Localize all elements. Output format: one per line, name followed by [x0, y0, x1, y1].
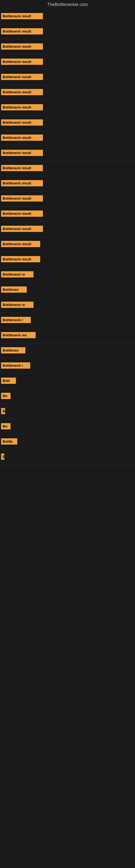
- bottleneck-result-bar[interactable]: Bottleneck re: [1, 271, 34, 278]
- bar-row: Bottleneck result: [0, 176, 135, 191]
- bar-row: Bottle: [0, 435, 135, 450]
- bar-row: Bottleneck result: [0, 146, 135, 161]
- bar-row: Bottleneck result: [0, 252, 135, 268]
- bottleneck-result-bar[interactable]: Bottlenec: [1, 347, 26, 353]
- bar-row: Bottleneck result: [0, 9, 135, 24]
- bar-row: Bottleneck result: [0, 131, 135, 146]
- bottleneck-result-bar[interactable]: Bottleneck result: [1, 28, 43, 34]
- bottleneck-result-bar[interactable]: Bottleneck re: [1, 302, 34, 308]
- bar-row: Bottleneck result: [0, 237, 135, 252]
- bar-row: Bottleneck result: [0, 55, 135, 70]
- bar-row: Bo: [0, 420, 135, 435]
- bottleneck-result-bar[interactable]: Bottleneck r: [1, 317, 31, 323]
- bottleneck-result-bar[interactable]: Bottleneck result: [1, 13, 43, 19]
- bottleneck-result-bar[interactable]: Bott: [1, 378, 16, 384]
- bar-row: Bottleneck result: [0, 222, 135, 237]
- bottleneck-result-bar[interactable]: Bottleneck result: [1, 180, 43, 186]
- bottleneck-result-bar[interactable]: Bottleneck res: [1, 332, 36, 338]
- bottleneck-result-bar[interactable]: Bottle: [1, 438, 17, 444]
- bar-row: Bott: [0, 374, 135, 389]
- bottleneck-result-bar[interactable]: Bottleneck result: [1, 211, 43, 217]
- bottleneck-result-bar[interactable]: Bottleneck result: [1, 165, 43, 171]
- bar-row: Bottleneck r: [0, 313, 135, 328]
- bottleneck-result-bar[interactable]: Bottleneck r: [1, 362, 30, 369]
- bottleneck-result-bar[interactable]: Bottleneck result: [1, 74, 43, 80]
- bottleneck-result-bar[interactable]: Bo: [1, 423, 10, 429]
- bar-row: Bottlenec: [0, 283, 135, 298]
- bar-row: Bottleneck re: [0, 298, 135, 313]
- bottleneck-result-bar[interactable]: Bottleneck result: [1, 241, 40, 247]
- bottleneck-result-bar[interactable]: Bottleneck result: [1, 119, 43, 126]
- bar-row: Bottleneck re: [0, 268, 135, 283]
- bottleneck-result-bar[interactable]: Bottleneck result: [1, 134, 43, 141]
- bar-row: Bottleneck r: [0, 359, 135, 374]
- bar-row: Bottleneck res: [0, 328, 135, 343]
- bar-row: Bottleneck result: [0, 161, 135, 176]
- bar-row: Bottleneck result: [0, 207, 135, 222]
- site-title-text: TheBottlenecker.com: [47, 2, 88, 7]
- bar-row: Bottlenec: [0, 343, 135, 359]
- bottleneck-result-bar[interactable]: Bottleneck result: [1, 43, 43, 50]
- bottleneck-result-bar[interactable]: Bottleneck result: [1, 195, 43, 202]
- bottleneck-result-bar[interactable]: Bottlenec: [1, 286, 27, 293]
- bar-row: Bottleneck result: [0, 70, 135, 85]
- bar-row: B: [0, 450, 135, 465]
- bottleneck-result-bar[interactable]: Bottleneck result: [1, 256, 40, 262]
- bottleneck-result-bar[interactable]: Bottleneck result: [1, 89, 43, 95]
- bar-row: Bottleneck result: [0, 100, 135, 116]
- bar-row: Bottleneck result: [0, 116, 135, 131]
- bottleneck-result-bar[interactable]: Bottleneck result: [1, 104, 43, 111]
- bars-container: Bottleneck resultBottleneck resultBottle…: [0, 9, 135, 465]
- bottleneck-result-bar[interactable]: Bottleneck result: [1, 59, 43, 65]
- bottleneck-result-bar[interactable]: B: [1, 408, 5, 414]
- bar-row: B: [0, 404, 135, 420]
- bar-row: Bottleneck result: [0, 24, 135, 40]
- bar-row: Bottleneck result: [0, 40, 135, 55]
- bar-row: Bottleneck result: [0, 191, 135, 207]
- bottleneck-result-bar[interactable]: Bo: [1, 393, 10, 399]
- bottleneck-result-bar[interactable]: Bottleneck result: [1, 226, 43, 232]
- bottleneck-result-bar[interactable]: B: [1, 454, 4, 460]
- bar-row: Bottleneck result: [0, 85, 135, 100]
- site-title: TheBottlenecker.com: [0, 0, 135, 9]
- bar-row: Bo: [0, 389, 135, 404]
- bottleneck-result-bar[interactable]: Bottleneck result: [1, 150, 43, 156]
